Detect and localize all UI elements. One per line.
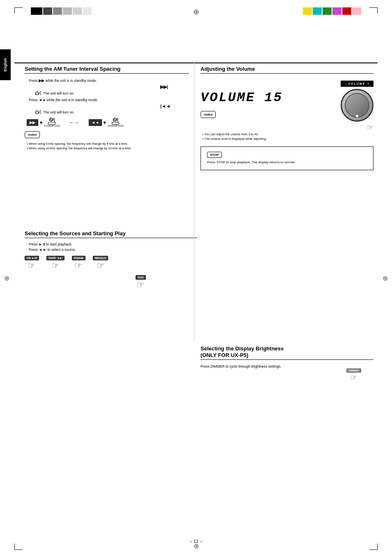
aux-button: AUX ☞ (136, 275, 146, 290)
mdaux-button: MD/AUX ☞ (93, 256, 108, 270)
tape-button: TAPE ◄► ☞ (46, 256, 65, 270)
crosshair-top-center: ⊕ (193, 7, 199, 16)
cd-button: CD ►/II ☞ (25, 256, 39, 270)
main-rule (14, 63, 378, 63)
corner-top-right (369, 7, 378, 8)
volume-bar-label: – VOLUME + (341, 81, 374, 87)
brightness-section: Selecting the Display Brightness (ONLY F… (201, 345, 374, 382)
col-divider (194, 63, 194, 342)
top-bar-right (303, 7, 361, 15)
fmam-button: FM/AM ☞ (72, 256, 85, 270)
crosshair-right: ⊕ (383, 274, 388, 282)
brightness-title: Selecting the Display Brightness (201, 345, 374, 352)
brightness-subtitle: (ONLY FOR UX-P5) (201, 352, 374, 358)
corner-bottom-left-v (14, 544, 15, 550)
corner-top-right-v (377, 7, 378, 14)
volume-title: Adjusting the Volume (201, 66, 374, 72)
volume-section: Adjusting the Volume – VOLUME + ☞ VOLUME… (201, 66, 374, 175)
am-notes-text: • When using 9 kHz spacing, the frequenc… (27, 141, 189, 151)
dimmer-wrap: DIMMER ☞ (346, 368, 361, 382)
corner-top-left (14, 7, 23, 8)
am-notes-icon: notes (25, 131, 40, 138)
am-tuner-title: Setting the AM Tuner Interval Spacing (25, 66, 189, 72)
am-step2-line: Press ◄◄ while the unit is in standby mo… (29, 98, 189, 102)
sources-step1: Press ► II to start playback. (29, 242, 197, 246)
volume-notes-text: • You can adjust the volume from 0 to 40… (203, 132, 374, 141)
sources-step2: Press ◄ ► to select a source. (29, 248, 197, 252)
language-tab: English (0, 49, 11, 80)
corner-bottom-left (14, 549, 23, 550)
top-bar-left (31, 7, 92, 15)
am-tuner-section: Setting the AM Tuner Interval Spacing Pr… (25, 66, 189, 151)
stop-box: STOP Press STOP to stop playback. The di… (201, 146, 374, 170)
corner-bottom-right (369, 549, 378, 550)
am-step2-arrow: |◄◄ (160, 104, 189, 109)
corner-bottom-right-v (377, 544, 378, 550)
stop-text1: Press STOP to stop playback. The display… (207, 160, 367, 165)
source-buttons-row: CD ►/II ☞ TAPE ◄► ☞ FM/AM ☞ MD/AUX ☞ (25, 256, 197, 270)
sources-title: Selecting the Sources and Starting Play (25, 230, 197, 236)
stop-button: STOP (207, 152, 222, 158)
volume-knob (341, 89, 374, 122)
corner-top-left-v (14, 7, 15, 14)
am-step2-result: ⏻/| The unit will turn on. (35, 110, 189, 114)
am-step1-line: Press ▶▶ while the unit is in standby mo… (29, 79, 189, 83)
crosshair-left: ⊕ (4, 274, 9, 282)
sources-section: Selecting the Sources and Starting Play … (25, 230, 197, 290)
crosshair-bottom: ⊕ (194, 542, 199, 550)
volume-knob-area: – VOLUME + ☞ (341, 81, 374, 132)
am-button-diagram: ▶▶ + ⏻/| STANDBY/ON ←→ ◄◄ + ⏻/| STANDBY/… (27, 118, 189, 127)
am-step1-result: ⏻/| The unit will turn on. (35, 91, 189, 95)
volume-notes-icon: notes (201, 111, 216, 118)
am-step1-arrow: ▶▶| (160, 84, 189, 90)
